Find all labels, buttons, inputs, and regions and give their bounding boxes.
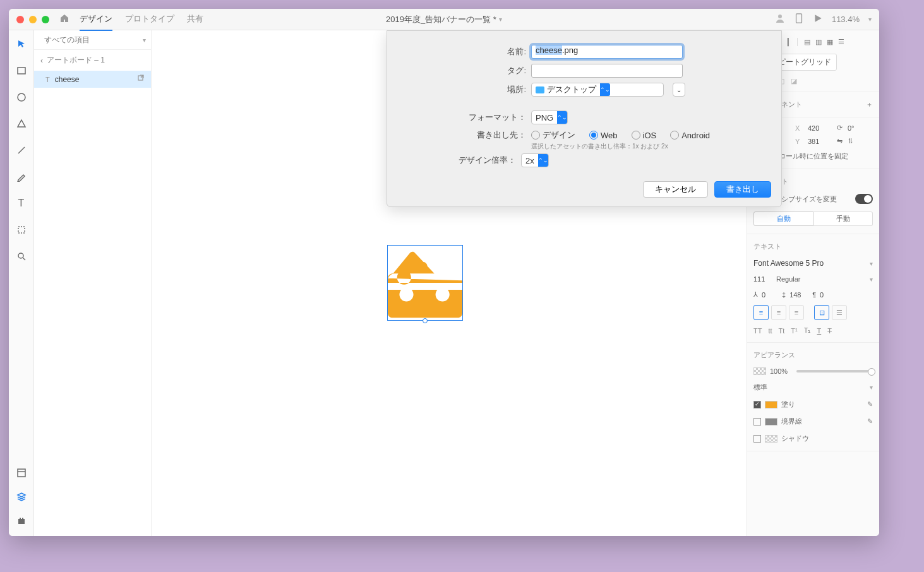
text-align-left-button[interactable]: ≡ <box>753 305 769 320</box>
chevron-left-icon: ‹ <box>40 56 43 65</box>
breadcrumb[interactable]: ‹ アートボード – 1 <box>34 50 151 71</box>
chevron-down-icon[interactable]: ▾ <box>143 37 146 44</box>
minimize-window-button[interactable] <box>29 16 37 23</box>
text-title: テキスト <box>747 238 879 255</box>
filename-input[interactable]: cheese.png <box>531 45 683 59</box>
layers-search[interactable]: ▾ <box>34 30 151 50</box>
layers-panel-icon[interactable] <box>14 489 29 504</box>
x-input[interactable] <box>808 124 832 132</box>
mobile-preview-icon[interactable] <box>794 13 804 25</box>
flip-h-icon[interactable]: ⇋ <box>837 137 843 145</box>
layers-search-input[interactable] <box>44 35 139 44</box>
layout-auto-button[interactable]: 自動 <box>753 212 813 226</box>
font-size-input[interactable] <box>753 275 772 283</box>
eyedropper-icon[interactable]: ✎ <box>867 400 873 408</box>
location-label: 場所: <box>397 84 526 95</box>
cancel-button[interactable]: キャンセル <box>643 181 708 198</box>
export-button[interactable]: 書き出し <box>714 181 771 198</box>
text-area-button[interactable]: ☰ <box>832 305 847 320</box>
lowercase-button[interactable]: tt <box>768 327 772 335</box>
ellipse-tool[interactable] <box>14 90 29 105</box>
play-icon[interactable] <box>813 13 823 25</box>
font-weight-select[interactable]: Regular <box>776 275 866 283</box>
blend-mode-select[interactable]: 標準 <box>753 383 866 392</box>
layout-manual-button[interactable]: 手動 <box>813 212 873 226</box>
home-icon[interactable] <box>59 13 69 26</box>
tag-input[interactable] <box>531 64 683 78</box>
underline-button[interactable]: T <box>817 327 821 335</box>
flip-v-icon[interactable]: ⥮ <box>848 137 853 145</box>
fill-checkbox[interactable] <box>753 401 761 408</box>
shadow-checkbox[interactable] <box>753 435 761 443</box>
align-hcenter-icon[interactable]: ▥ <box>815 38 822 46</box>
radio-web[interactable]: Web <box>589 131 618 140</box>
text-tool[interactable]: T <box>14 196 29 211</box>
line-height-input[interactable] <box>789 291 808 299</box>
y-input[interactable] <box>808 138 832 145</box>
opacity-value[interactable]: 100% <box>770 367 788 375</box>
opacity-slider[interactable] <box>796 370 873 372</box>
font-family-select[interactable]: Font Awesome 5 Pro <box>753 259 824 268</box>
char-spacing-input[interactable] <box>762 291 778 299</box>
maximize-window-button[interactable] <box>42 16 49 23</box>
selected-object[interactable] <box>387 245 463 321</box>
rotate-icon[interactable]: ⟳ <box>837 124 843 132</box>
radio-design[interactable]: デザイン <box>531 129 575 141</box>
responsive-toggle[interactable] <box>855 194 873 204</box>
fill-swatch[interactable] <box>765 401 777 408</box>
tab-share[interactable]: 共有 <box>187 9 203 31</box>
exclude-icon[interactable]: ◪ <box>791 77 797 85</box>
text-align-center-button[interactable]: ≡ <box>771 305 786 320</box>
zoom-tool[interactable] <box>14 249 29 264</box>
stroke-checkbox[interactable] <box>753 418 761 426</box>
svg-point-6 <box>18 253 23 258</box>
eyedropper-icon[interactable]: ✎ <box>867 417 873 426</box>
zoom-value[interactable]: 113.4% <box>832 15 860 24</box>
close-window-button[interactable] <box>16 16 24 23</box>
superscript-button[interactable]: T¹ <box>791 327 797 335</box>
align-right-icon[interactable]: ▦ <box>827 38 833 46</box>
stroke-label: 境界線 <box>781 417 802 426</box>
uppercase-button[interactable]: TT <box>753 327 762 335</box>
radio-android[interactable]: Android <box>670 131 710 140</box>
user-icon[interactable] <box>775 13 785 25</box>
distribute-icon[interactable]: ☰ <box>838 38 844 46</box>
para-spacing-input[interactable] <box>820 291 836 299</box>
stroke-swatch[interactable] <box>765 418 777 426</box>
layer-item[interactable]: T cheese <box>34 71 151 88</box>
name-label: 名前: <box>397 46 526 57</box>
chevron-down-icon: ▾ <box>499 16 502 23</box>
scale-select[interactable]: 2x ⌃⌄ <box>521 153 549 167</box>
select-tool[interactable] <box>14 37 29 52</box>
canvas[interactable]: 名前: cheese.png タグ: 場所: デスクトップ ⌃⌄ ⌄ <box>152 30 747 536</box>
assets-panel-icon[interactable] <box>14 465 29 480</box>
document-title[interactable]: 2019年度_告知バナーの一覧 * ▾ <box>386 14 502 25</box>
dropdown-arrow-icon: ⌃⌄ <box>538 154 548 167</box>
format-select[interactable]: PNG ⌃⌄ <box>531 110 568 124</box>
text-align-right-button[interactable]: ≡ <box>789 305 804 320</box>
chevron-down-icon[interactable]: ▾ <box>868 16 872 23</box>
tab-prototype[interactable]: プロトタイプ <box>125 9 174 31</box>
titlecase-button[interactable]: Tt <box>779 327 785 335</box>
plugins-panel-icon[interactable] <box>14 513 29 528</box>
expand-location-button[interactable]: ⌄ <box>673 83 685 97</box>
layers-panel: ▾ ‹ アートボード – 1 T cheese <box>34 30 152 536</box>
resize-handle-bottom[interactable] <box>423 318 428 323</box>
rotation-value[interactable]: 0° <box>848 124 855 132</box>
radio-ios[interactable]: iOS <box>632 131 657 140</box>
text-point-button[interactable]: ⊡ <box>814 305 829 320</box>
strikethrough-button[interactable]: T <box>827 327 832 335</box>
subscript-button[interactable]: T₁ <box>804 326 811 335</box>
pen-tool[interactable] <box>14 169 29 184</box>
artboard-tool[interactable] <box>14 222 29 237</box>
line-tool[interactable] <box>14 143 29 158</box>
location-select[interactable]: デスクトップ ⌃⌄ <box>531 83 664 97</box>
align-left-icon[interactable]: ▤ <box>804 38 810 46</box>
app-body: T ▾ ‹ アートボード – 1 T cheese <box>9 30 879 536</box>
tab-design[interactable]: デザイン <box>80 9 112 31</box>
shadow-swatch[interactable] <box>765 435 777 443</box>
rectangle-tool[interactable] <box>14 63 29 78</box>
align-stretch-icon[interactable]: ║ <box>786 38 791 46</box>
add-component-button[interactable]: ＋ <box>866 100 873 109</box>
polygon-tool[interactable] <box>14 116 29 131</box>
